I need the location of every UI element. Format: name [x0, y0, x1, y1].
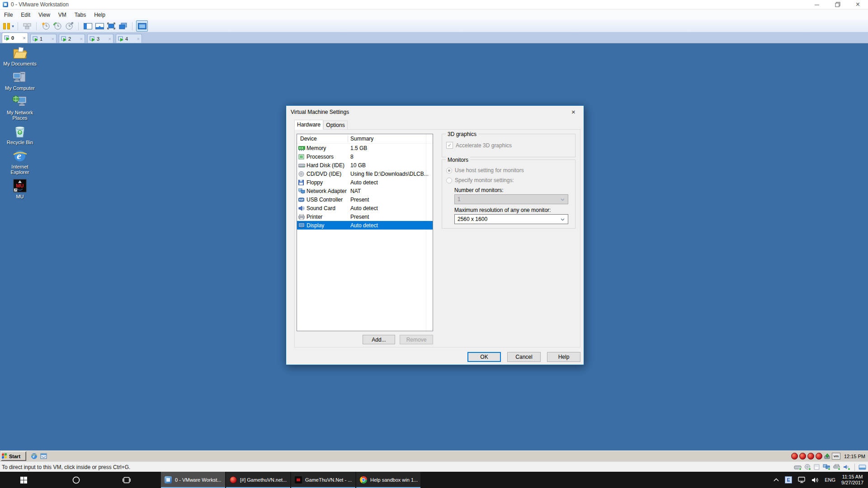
fullscreen-button[interactable]: [106, 21, 117, 31]
ok-button[interactable]: OK: [467, 352, 501, 362]
desktop-icon-my-computer[interactable]: My Computer: [3, 70, 37, 91]
dialog-buttons: OK Cancel Help: [467, 352, 580, 362]
volume-icon[interactable]: [811, 477, 819, 483]
chrome-icon: [360, 476, 367, 483]
mu-tray-icon[interactable]: [816, 453, 822, 460]
ctrl-alt-del-button[interactable]: [22, 21, 33, 31]
vm-tab-4[interactable]: 4 ×: [116, 34, 142, 43]
tab-close-icon[interactable]: ×: [137, 36, 140, 42]
max-resolution-select[interactable]: 2560 x 1600: [454, 214, 568, 224]
specify-settings-radio: Specify monitor settings:: [446, 177, 514, 183]
ie-quicklaunch-icon[interactable]: e: [31, 453, 38, 460]
task-gamethuvn-1[interactable]: [#] GamethuVN.net...: [226, 472, 290, 488]
desktop-icon-my-documents[interactable]: My Documents: [3, 46, 37, 66]
cancel-button[interactable]: Cancel: [507, 352, 541, 362]
device-row-usb-controller[interactable]: USB Controller Present: [297, 195, 433, 204]
minimize-button[interactable]: [807, 0, 827, 9]
desktop-icon-my-network-places[interactable]: My Network Places: [3, 95, 37, 121]
cd-status-icon[interactable]: [804, 464, 811, 470]
cortana-search-button[interactable]: [66, 472, 86, 488]
device-row-cd-dvd[interactable]: CD/DVD (IDE) Using file D:\Downloads\DLC…: [297, 169, 433, 178]
menu-help[interactable]: Help: [90, 9, 109, 20]
tab-hardware[interactable]: Hardware: [294, 120, 323, 130]
disk-status-icon[interactable]: [794, 464, 802, 470]
message-log-icon[interactable]: [859, 464, 867, 470]
revert-snapshot-button[interactable]: [52, 21, 63, 31]
close-button[interactable]: ×: [848, 0, 868, 9]
vm-console-desktop[interactable]: My Documents My Computer My Network Plac…: [0, 43, 868, 461]
mu-tray-icon[interactable]: [791, 453, 798, 460]
unity-button[interactable]: [118, 21, 128, 31]
tab-options[interactable]: Options: [323, 121, 348, 130]
console-view-button[interactable]: [136, 20, 148, 32]
task-chrome-help[interactable]: Help sandbox win 1...: [356, 472, 420, 488]
task-view-button[interactable]: [117, 472, 137, 488]
tab-close-icon[interactable]: ×: [108, 36, 111, 42]
menu-vm[interactable]: VM: [54, 9, 71, 20]
device-row-processors[interactable]: Processors 8: [297, 152, 433, 161]
desktop-icon-internet-explorer[interactable]: e Internet Explorer: [3, 149, 37, 175]
vm-tab-2[interactable]: 2 ×: [59, 34, 85, 43]
my-documents-icon: [12, 46, 28, 60]
device-row-floppy[interactable]: Floppy Auto detect: [297, 178, 433, 187]
take-snapshot-button[interactable]: [40, 21, 51, 31]
sound-status-icon[interactable]: [843, 464, 851, 470]
vm-tab-0[interactable]: 0 ×: [2, 33, 28, 43]
tab-close-icon[interactable]: ×: [23, 35, 26, 41]
vm-icon: [61, 36, 67, 42]
manage-snapshots-button[interactable]: [64, 21, 75, 31]
tab-close-icon[interactable]: ×: [52, 36, 54, 42]
show-library-button[interactable]: [82, 21, 93, 31]
mu-tray-icon[interactable]: [799, 453, 806, 460]
desktop-icon-mu[interactable]: MU MU: [3, 179, 37, 199]
network-tray-icon[interactable]: [798, 477, 806, 483]
outlook-express-icon[interactable]: [40, 453, 47, 460]
vm-tab-3[interactable]: 3 ×: [87, 34, 113, 43]
task-vmware[interactable]: 0 - VMware Workst...: [161, 472, 225, 488]
mu-red-task-icon: [230, 476, 237, 483]
clock[interactable]: 11:15 AM 9/27/2017: [841, 474, 863, 486]
menu-edit[interactable]: Edit: [17, 9, 34, 20]
column-summary[interactable]: Summary: [350, 136, 373, 142]
vm-tab-1[interactable]: 1 ×: [30, 34, 57, 43]
device-row-printer[interactable]: Printer Present: [297, 212, 433, 221]
use-host-setting-radio: Use host setting for monitors: [446, 167, 524, 174]
thumbnail-bar-button[interactable]: [94, 21, 105, 31]
group-title: Monitors: [446, 157, 470, 163]
guest-start-button[interactable]: Start: [1, 451, 26, 461]
fullscreen-icon: [107, 23, 115, 29]
vm-icon: [90, 36, 95, 42]
safely-remove-icon[interactable]: [824, 453, 830, 460]
chevron-up-icon[interactable]: [774, 478, 779, 482]
tab-close-icon[interactable]: ×: [80, 36, 83, 42]
dialog-close-button[interactable]: ×: [563, 106, 584, 118]
menu-view[interactable]: View: [34, 9, 54, 20]
network-status-icon[interactable]: [823, 464, 831, 470]
task-gamethuvn-2[interactable]: GameThuVN.Net - ...: [291, 472, 355, 488]
device-row-network-adapter[interactable]: Network Adapter NAT: [297, 187, 433, 195]
vmware-tools-tray-icon[interactable]: vm: [832, 453, 840, 460]
device-row-memory[interactable]: Memory 1.5 GB: [297, 144, 433, 152]
suspend-button[interactable]: ▾: [3, 21, 14, 31]
restore-button[interactable]: [827, 0, 848, 9]
device-list[interactable]: Device Summary Memory 1.5 GB Processors …: [297, 134, 433, 331]
menu-file[interactable]: File: [0, 9, 17, 20]
floppy-status-icon[interactable]: [814, 464, 821, 470]
number-of-monitors-select: 1: [454, 194, 568, 204]
start-button[interactable]: [14, 472, 33, 488]
help-button[interactable]: Help: [547, 352, 580, 362]
language-indicator[interactable]: ENG: [825, 477, 835, 483]
tray-e-icon[interactable]: E: [785, 476, 792, 483]
add-device-button[interactable]: Add...: [363, 335, 395, 344]
device-row-display[interactable]: Display Auto detect: [297, 221, 433, 230]
tray-date: 9/27/2017: [841, 480, 863, 485]
dialog-titlebar[interactable]: Virtual Machine Settings ×: [286, 106, 584, 118]
mu-tray-icon[interactable]: [807, 453, 814, 460]
my-computer-icon: [12, 70, 28, 84]
device-row-hard-disk[interactable]: Hard Disk (IDE) 10 GB: [297, 161, 433, 169]
menu-tabs[interactable]: Tabs: [71, 9, 90, 20]
column-device[interactable]: Device: [300, 136, 317, 142]
desktop-icon-recycle-bin[interactable]: Recycle Bin: [3, 125, 37, 145]
device-row-sound-card[interactable]: Sound Card Auto detect: [297, 204, 433, 212]
printer-status-icon[interactable]: [833, 464, 841, 470]
